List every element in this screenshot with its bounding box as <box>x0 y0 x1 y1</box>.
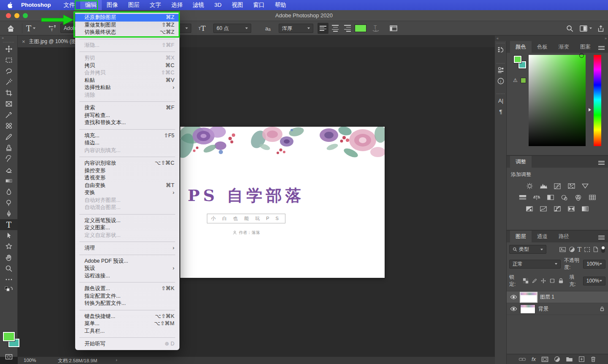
edit-menu-item[interactable]: 渐隐... ⇧⌘F <box>75 42 179 49</box>
edit-menu-item[interactable]: 清除 <box>75 92 179 99</box>
close-document-icon[interactable]: × <box>22 38 25 45</box>
gamut-warning-swatch[interactable] <box>521 78 526 83</box>
layer-thumbnail[interactable] <box>521 305 535 313</box>
brightness-contrast-icon[interactable] <box>525 182 535 190</box>
healing-brush-tool[interactable] <box>0 120 18 131</box>
edit-menu-item[interactable]: 切换最终状态 ⌥⌘Z <box>75 29 179 36</box>
menu-bar-item[interactable]: 选择 <box>166 0 188 10</box>
marquee-tool[interactable] <box>0 54 18 65</box>
dodge-tool[interactable] <box>0 197 18 208</box>
color-picker-ring[interactable] <box>579 53 584 58</box>
edit-menu-item[interactable]: 描边... <box>75 139 179 147</box>
fill-select[interactable]: 100% <box>583 277 605 285</box>
blend-mode-select[interactable]: 正常 <box>509 260 561 269</box>
clone-stamp-tool[interactable] <box>0 142 18 153</box>
filter-pixel-layers-icon[interactable] <box>559 247 566 253</box>
channel-mixer-icon[interactable] <box>573 194 583 201</box>
layer-style-fx-icon[interactable]: fx <box>532 356 536 362</box>
menu-bar-item[interactable]: 图像 <box>102 0 123 10</box>
edit-menu-item[interactable]: 重做复制图层 ⇧⌘Z <box>75 22 179 29</box>
invert-icon[interactable] <box>525 205 535 212</box>
edit-menu-item[interactable]: 清理 › <box>75 244 179 252</box>
home-icon[interactable] <box>7 21 15 35</box>
edit-menu-item[interactable]: 菜单... ⌥⇧⌘M <box>75 320 179 328</box>
zoom-tool[interactable] <box>0 263 18 274</box>
delete-layer-icon[interactable] <box>590 356 596 362</box>
edit-menu-item[interactable]: 拼写检查... <box>75 112 179 120</box>
history-panel-icon[interactable] <box>495 44 507 55</box>
edit-menu-item[interactable]: Adobe PDF 预设... <box>75 258 179 265</box>
opacity-select[interactable]: 100% <box>583 260 605 269</box>
layer-row-layer1[interactable]: 图层 1 <box>507 291 608 303</box>
shape-tool[interactable] <box>0 241 18 252</box>
edit-menu-item[interactable]: 预设 › <box>75 265 179 272</box>
lock-transparency-icon[interactable] <box>523 278 529 284</box>
share-icon[interactable] <box>597 21 605 35</box>
edit-menu-item[interactable] <box>79 39 175 39</box>
search-icon[interactable] <box>566 21 574 35</box>
menu-bar-item[interactable]: 文字 <box>145 0 166 10</box>
brush-tool[interactable] <box>0 131 18 142</box>
photo-filter-icon[interactable] <box>559 194 569 201</box>
edit-menu-item[interactable]: 拷贝 ⌘C <box>75 62 179 70</box>
status-chevron-icon[interactable]: › <box>116 357 117 362</box>
edit-menu-item[interactable] <box>79 242 175 242</box>
tab-layers[interactable]: 图层 <box>510 231 532 242</box>
eraser-tool[interactable] <box>0 164 18 175</box>
edit-menu-item[interactable]: 操控变形 <box>75 167 179 175</box>
align-left-button[interactable] <box>318 23 328 34</box>
text-orientation-toggle[interactable]: T <box>47 21 57 35</box>
tab-gradients[interactable]: 渐变 <box>553 41 575 53</box>
lock-pixels-icon[interactable] <box>532 278 537 284</box>
type-tool-preset[interactable]: T <box>26 21 35 35</box>
hue-saturation-icon[interactable] <box>518 194 527 201</box>
color-saturation-brightness-field[interactable] <box>529 55 586 146</box>
tab-paths[interactable]: 路径 <box>553 231 575 242</box>
history-brush-tool[interactable] <box>0 153 18 164</box>
link-layers-icon[interactable] <box>518 357 526 362</box>
document-canvas[interactable]: PS 自学部落 小 白 也 能 玩 P S 作者：落落 <box>180 127 385 278</box>
edit-menu-item[interactable] <box>79 52 175 52</box>
type-tool[interactable]: T <box>0 219 18 230</box>
posterize-icon[interactable] <box>539 205 548 212</box>
edit-menu-item[interactable]: 还原删除图层 ⌘Z <box>75 14 179 22</box>
edit-menu-item[interactable]: 键盘快捷键... ⌥⇧⌘K <box>75 313 179 321</box>
menu-bar-item[interactable]: 帮助 <box>270 0 291 10</box>
layers-panel-menu-icon[interactable] <box>598 235 605 240</box>
edit-menu-item[interactable]: 内容识别缩放 ⌥⇧⌘C <box>75 160 179 167</box>
info-panel-icon[interactable]: i <box>495 76 507 87</box>
edit-menu-item[interactable]: 粘贴 ⌘V <box>75 77 179 84</box>
levels-icon[interactable] <box>539 182 548 190</box>
edit-menu-item[interactable]: 指定配置文件... <box>75 293 179 300</box>
edit-menu-item[interactable]: 合并拷贝 ⇧⌘C <box>75 69 179 77</box>
edit-menu-item[interactable]: 定义图案... <box>75 224 179 232</box>
new-layer-icon[interactable] <box>578 356 585 362</box>
path-selection-tool[interactable] <box>0 230 18 241</box>
edit-menu-item[interactable]: 定义自定形状... <box>75 232 179 239</box>
paragraph-panel-icon[interactable]: ¶ <box>495 106 507 117</box>
color-panel-menu-icon[interactable] <box>598 45 605 51</box>
workspace-switcher[interactable] <box>579 21 592 35</box>
eyedropper-tool[interactable] <box>0 109 18 120</box>
visibility-eye-icon[interactable] <box>510 294 517 300</box>
zoom-level-field[interactable]: 100% <box>24 358 36 363</box>
tab-adjustments[interactable]: 调整 <box>510 156 532 168</box>
black-white-icon[interactable] <box>546 194 555 201</box>
color-balance-icon[interactable] <box>532 194 541 201</box>
color-lookup-icon[interactable] <box>587 194 597 201</box>
edit-menu-item[interactable] <box>79 310 175 310</box>
menu-bar-item[interactable]: 编辑 <box>80 0 102 10</box>
menu-bar-item[interactable]: 图层 <box>123 0 145 10</box>
edit-menu-item[interactable] <box>79 255 175 255</box>
gradient-map-icon[interactable] <box>567 205 576 212</box>
frame-tool[interactable] <box>0 98 18 109</box>
new-group-icon[interactable] <box>566 356 573 362</box>
visibility-eye-icon[interactable] <box>510 306 517 312</box>
edit-menu-item[interactable] <box>79 157 175 157</box>
hue-slider-pointer[interactable] <box>589 108 591 111</box>
tab-channels[interactable]: 通道 <box>532 231 553 242</box>
lock-position-icon[interactable] <box>540 278 546 284</box>
quick-mask-button[interactable] <box>0 351 18 362</box>
magic-wand-tool[interactable] <box>0 76 18 87</box>
edit-menu-item[interactable]: 颜色设置... ⇧⌘K <box>75 285 179 293</box>
